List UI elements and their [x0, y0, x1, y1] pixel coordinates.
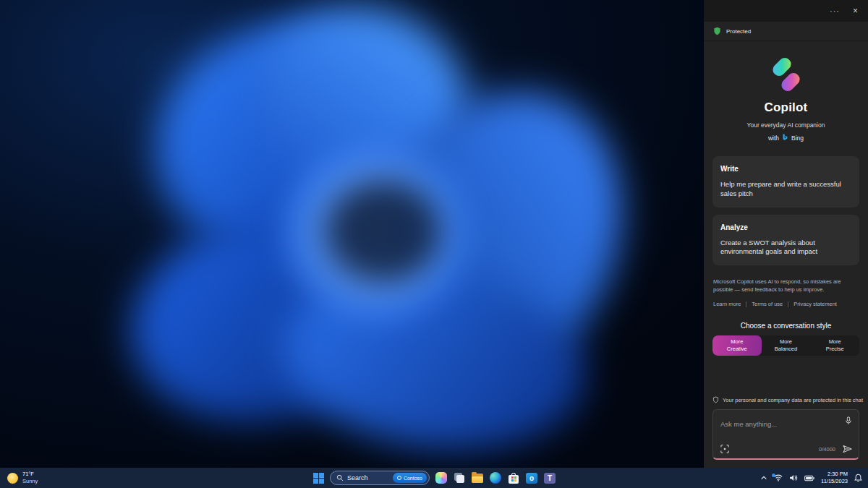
desktop-wallpaper: [65, 0, 702, 477]
copilot-titlebar: ··· ×: [704, 0, 868, 22]
link-separator: [788, 301, 788, 307]
weather-condition: Sunny: [22, 478, 38, 485]
system-tray: 2:30 PM 11/15/2023: [760, 471, 862, 485]
tray-time: 2:30 PM: [821, 471, 848, 478]
taskbar-app-task-view[interactable]: [453, 471, 466, 484]
chat-composer[interactable]: 0/4000: [712, 409, 859, 460]
notification-bell-icon[interactable]: [854, 474, 862, 482]
card-title: Write: [720, 165, 851, 173]
taskbar-app-copilot[interactable]: [435, 471, 448, 484]
style-option-line: More: [780, 338, 792, 346]
search-label: Search: [347, 474, 389, 481]
weather-widget[interactable]: 71°F Sunny: [7, 471, 38, 485]
teams-icon: T: [544, 473, 556, 484]
volume-icon[interactable]: [789, 474, 798, 481]
privacy-note-text: Your personal and company data are prote…: [723, 397, 863, 403]
card-body: Create a SWOT analysis about environment…: [720, 239, 851, 257]
contoso-label: Contoso: [404, 476, 422, 481]
contoso-badge: Contoso: [393, 473, 427, 483]
contoso-logo-icon: [397, 476, 401, 480]
taskbar-app-microsoft-store[interactable]: [507, 471, 520, 484]
task-view-icon: [456, 475, 464, 483]
shield-outline-icon: [712, 396, 719, 403]
close-icon[interactable]: ×: [853, 7, 858, 15]
bing-label: Bing: [791, 134, 804, 142]
microsoft-store-icon: [509, 475, 519, 484]
privacy-statement-link[interactable]: Privacy statement: [793, 301, 837, 307]
more-options-icon[interactable]: ···: [830, 7, 840, 15]
suggestion-card-write[interactable]: Write Help me prepare and write a succes…: [712, 156, 859, 207]
copilot-subtitle: Your everyday AI companion: [704, 121, 868, 129]
copilot-title: Copilot: [704, 100, 868, 115]
style-option-more-precise[interactable]: More Precise: [810, 335, 859, 356]
network-badge-icon: [772, 474, 775, 477]
copilot-logo-icon: [772, 60, 801, 89]
taskbar-app-edge[interactable]: [489, 471, 502, 484]
microphone-icon[interactable]: [845, 416, 852, 425]
taskbar-app-teams[interactable]: T: [543, 471, 556, 484]
hidden-icons-chevron-icon[interactable]: [760, 475, 767, 481]
send-icon[interactable]: [843, 445, 852, 453]
bing-logo-icon: [782, 134, 788, 142]
with-bing-line: with Bing: [704, 134, 868, 142]
taskbar-app-outlook[interactable]: o: [525, 471, 538, 484]
weather-temperature: 71°F: [22, 471, 38, 478]
conversation-style-selector: More Creative More Balanced More Precise: [712, 335, 859, 356]
style-option-line: Creative: [727, 346, 747, 353]
protected-badge: Protected: [704, 22, 868, 41]
taskbar-center: Search Contoso: [312, 471, 556, 485]
protected-label: Protected: [726, 28, 751, 35]
card-body: Help me prepare and write a successful s…: [720, 180, 851, 199]
character-counter: 0/4000: [819, 446, 835, 453]
suggestion-cards: Write Help me prepare and write a succes…: [712, 156, 859, 265]
network-status[interactable]: [774, 474, 783, 481]
style-option-more-balanced[interactable]: More Balanced: [762, 335, 811, 356]
tray-date: 11/15/2023: [821, 478, 848, 485]
sun-icon: [7, 473, 18, 484]
edge-icon: [490, 472, 501, 484]
card-title: Analyze: [720, 223, 851, 231]
style-option-more-creative[interactable]: More Creative: [712, 335, 762, 356]
screenshot-capture-icon[interactable]: [720, 445, 729, 453]
link-separator: [746, 301, 746, 307]
style-option-line: Balanced: [775, 346, 797, 353]
copilot-panel: ··· × Protected Copilot Your everyday AI…: [704, 0, 868, 468]
taskbar-app-file-explorer[interactable]: [471, 471, 484, 484]
footer-links: Learn more Terms of use Privacy statemen…: [713, 301, 859, 307]
style-option-line: Precise: [826, 346, 844, 353]
composer-toolbar: 0/4000: [720, 445, 852, 453]
copilot-hero: Copilot Your everyday AI companion with …: [704, 41, 868, 142]
ai-disclaimer: Microsoft Copilot uses AI to respond, so…: [713, 278, 859, 294]
suggestion-card-analyze[interactable]: Analyze Create a SWOT analysis about env…: [712, 215, 859, 266]
shield-protected-icon: [713, 27, 721, 35]
battery-icon[interactable]: [804, 475, 814, 481]
privacy-note: Your personal and company data are prote…: [704, 396, 868, 403]
clock[interactable]: 2:30 PM 11/15/2023: [821, 471, 848, 485]
taskbar: 71°F Sunny Search Contoso: [0, 468, 868, 488]
conversation-style-heading: Choose a conversation style: [704, 322, 868, 330]
style-option-line: More: [829, 338, 841, 346]
bloom-petal: [326, 181, 441, 282]
learn-more-link[interactable]: Learn more: [713, 301, 741, 307]
chat-input[interactable]: [720, 420, 843, 428]
desktop: ··· × Protected Copilot Your everyday AI…: [0, 0, 868, 488]
terms-of-use-link[interactable]: Terms of use: [752, 301, 783, 307]
with-label: with: [768, 134, 779, 142]
panel-spacer: [704, 356, 868, 396]
start-button[interactable]: [312, 471, 325, 484]
windows-logo-icon: [313, 473, 324, 484]
file-explorer-icon: [472, 474, 483, 483]
taskbar-search[interactable]: Search Contoso: [330, 471, 430, 485]
style-option-line: More: [731, 338, 743, 346]
search-icon: [336, 474, 344, 481]
copilot-app-icon: [435, 472, 447, 484]
outlook-icon: o: [526, 473, 537, 484]
